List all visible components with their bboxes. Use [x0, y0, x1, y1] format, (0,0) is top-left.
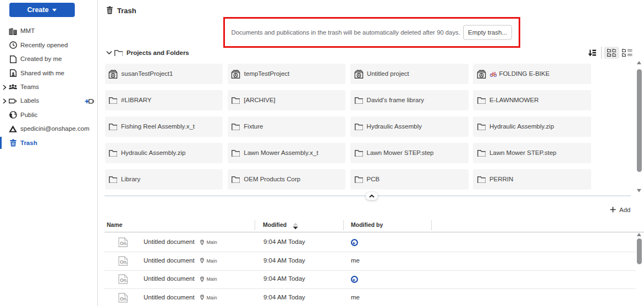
svg-text:On.: On.: [120, 241, 128, 246]
svg-text:On.: On.: [120, 259, 128, 265]
svg-text:On.: On.: [120, 277, 128, 283]
svg-text:On.: On.: [120, 296, 128, 302]
